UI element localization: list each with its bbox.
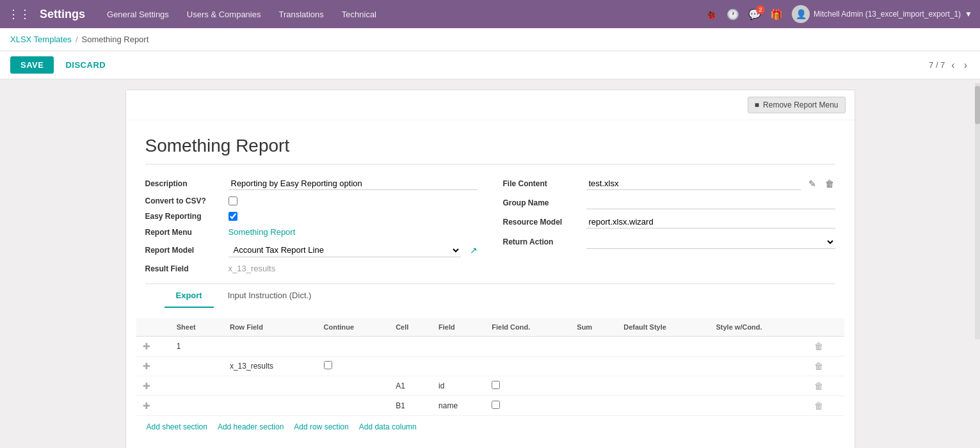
col-continue: Continue: [317, 318, 390, 337]
breadcrumb-current: Something Report: [82, 35, 149, 44]
breadcrumb-separator: /: [76, 35, 78, 44]
add-links: Add sheet section Add header section Add…: [136, 416, 844, 438]
export-table: Sheet Row Field Continue Cell Field Fiel…: [136, 318, 844, 416]
delete-row-button[interactable]: 🗑: [814, 401, 823, 411]
col-sum: Sum: [570, 318, 617, 337]
form-section: Something Report Description Convert to …: [126, 120, 855, 318]
delete-file-button[interactable]: 🗑: [824, 177, 835, 190]
cell-fieldcond-4: [485, 396, 570, 416]
next-page-button[interactable]: ›: [961, 58, 970, 72]
user-menu[interactable]: 👤 Mitchell Admin (13_excel_import_export…: [792, 5, 972, 23]
continue-checkbox-2[interactable]: [324, 361, 332, 369]
add-row-section-link[interactable]: Add row section: [294, 422, 348, 431]
cell-rowfield-2: x_13_results: [223, 356, 317, 376]
table-row: ✚ B1 name 🗑: [136, 396, 844, 416]
easy-reporting-row: Easy Reporting: [145, 212, 478, 221]
form-left: Description Convert to CSV? Easy Reporti…: [145, 177, 478, 273]
file-content-row: File Content ✎ 🗑: [503, 177, 835, 190]
col-row-field: Row Field: [223, 318, 317, 337]
delete-row-button[interactable]: 🗑: [814, 381, 823, 391]
add-header-section-link[interactable]: Add header section: [218, 422, 284, 431]
save-button[interactable]: SAVE: [10, 56, 54, 74]
cell-field-2: [432, 356, 485, 376]
fieldcond-checkbox-4[interactable]: [492, 401, 500, 409]
cell-rowfield-1: [223, 337, 317, 356]
nav-translations[interactable]: Translations: [276, 8, 326, 20]
fieldcond-checkbox-3[interactable]: [492, 381, 500, 389]
report-model-select[interactable]: Account Tax Report Line: [229, 243, 461, 257]
breadcrumb-parent[interactable]: XLSX Templates: [10, 35, 72, 44]
file-content-input[interactable]: [586, 177, 801, 190]
tab-input-instruction[interactable]: Input Instruction (Dict.): [216, 284, 323, 308]
easy-reporting-label: Easy Reporting: [145, 212, 222, 221]
chat-icon[interactable]: 💬 2: [748, 8, 761, 20]
col-field: Field: [432, 318, 485, 337]
gift-icon[interactable]: 🎁: [770, 8, 783, 20]
return-action-select[interactable]: [586, 235, 835, 249]
edit-file-button[interactable]: ✎: [807, 177, 817, 190]
nav-users-companies[interactable]: Users & Companies: [184, 8, 264, 20]
bug-icon[interactable]: 🐞: [705, 8, 718, 20]
cell-field-4: name: [432, 396, 485, 416]
cell-cell-4: B1: [389, 396, 432, 416]
content-card: ■ Remove Report Menu Something Report De…: [125, 90, 855, 448]
cell-cell-1: [389, 337, 432, 356]
drag-handle[interactable]: ✚: [143, 381, 150, 391]
report-menu-row: Report Menu Something Report: [145, 227, 478, 237]
cell-sum-1: [570, 337, 617, 356]
cell-stylewcond-2: [709, 356, 807, 376]
drag-handle[interactable]: ✚: [143, 401, 150, 411]
resource-model-label: Resource Model: [503, 218, 580, 227]
col-actions: [808, 318, 844, 337]
delete-row-button[interactable]: 🗑: [814, 341, 823, 351]
cell-rowfield-3: [223, 376, 317, 396]
external-link-icon[interactable]: ↗: [470, 245, 478, 255]
cell-sheet-4: [170, 396, 223, 416]
convert-csv-checkbox[interactable]: [229, 196, 237, 205]
discard-button[interactable]: DISCARD: [59, 56, 112, 74]
group-name-label: Group Name: [503, 198, 580, 207]
drag-handle[interactable]: ✚: [143, 361, 150, 371]
grid-icon[interactable]: ⋮⋮: [8, 7, 31, 21]
col-cell: Cell: [389, 318, 432, 337]
cell-continue-3: [317, 376, 390, 396]
result-field-value: x_13_results: [229, 264, 478, 273]
resource-model-input[interactable]: [586, 216, 835, 228]
top-nav-right: 🐞 🕐 💬 2 🎁 👤 Mitchell Admin (13_excel_imp…: [705, 5, 972, 23]
cell-sheet-3: [170, 376, 223, 396]
avatar: 👤: [792, 5, 810, 23]
cell-defaultstyle-3: [617, 376, 709, 396]
pagination-text: 7 / 7: [929, 60, 945, 70]
return-action-label: Return Action: [503, 237, 580, 246]
delete-row-button[interactable]: 🗑: [814, 361, 823, 371]
prev-page-button[interactable]: ‹: [949, 58, 957, 72]
description-input[interactable]: [229, 177, 478, 190]
clock-icon[interactable]: 🕐: [727, 8, 739, 20]
table-row: ✚ x_13_results 🗑: [136, 356, 844, 376]
resource-model-row: Resource Model: [503, 216, 835, 228]
cell-defaultstyle-2: [617, 356, 709, 376]
table-section: Sheet Row Field Continue Cell Field Fiel…: [126, 318, 855, 448]
scroll-thumb: [975, 86, 980, 124]
report-menu-link[interactable]: Something Report: [229, 227, 296, 237]
cell-defaultstyle-4: [617, 396, 709, 416]
add-sheet-section-link[interactable]: Add sheet section: [147, 422, 207, 431]
remove-menu-icon: ■: [755, 100, 759, 109]
report-model-row: Report Model Account Tax Report Line ↗: [145, 243, 478, 257]
drag-handle[interactable]: ✚: [143, 341, 150, 351]
nav-links: General Settings Users & Companies Trans…: [104, 8, 705, 20]
tab-export[interactable]: Export: [165, 284, 214, 308]
remove-report-menu-button[interactable]: ■ Remove Report Menu: [748, 97, 846, 113]
group-name-input[interactable]: [586, 196, 835, 209]
convert-csv-row: Convert to CSV?: [145, 196, 478, 205]
cell-field-3: id: [432, 376, 485, 396]
scrollbar[interactable]: [975, 83, 980, 339]
add-data-column-link[interactable]: Add data column: [359, 422, 417, 431]
notification-badge: 2: [756, 5, 765, 14]
cell-sum-3: [570, 376, 617, 396]
col-drag: [136, 318, 170, 337]
cell-defaultstyle-1: [617, 337, 709, 356]
nav-technical[interactable]: Technical: [339, 8, 379, 20]
nav-general-settings[interactable]: General Settings: [104, 8, 172, 20]
easy-reporting-checkbox[interactable]: [229, 212, 237, 221]
